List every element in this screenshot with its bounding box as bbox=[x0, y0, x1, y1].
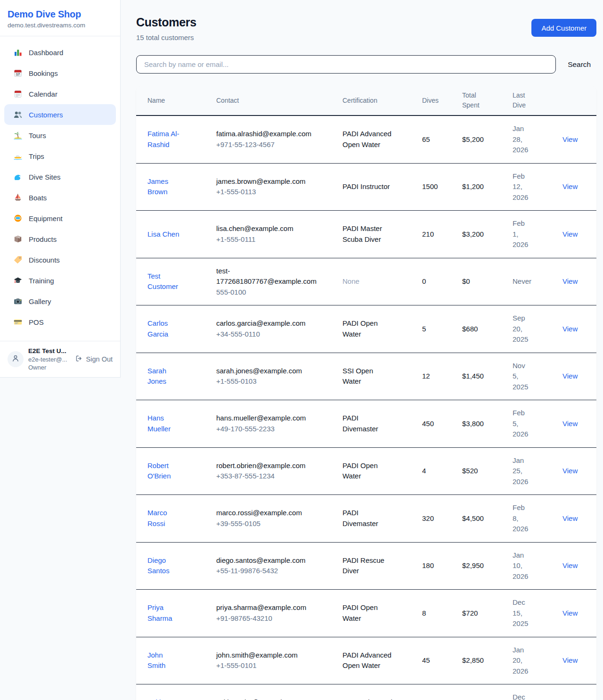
customer-name-link[interactable]: Marco Rossi bbox=[147, 500, 188, 536]
sidebar-item-gallery[interactable]: Gallery bbox=[4, 291, 116, 312]
customer-email: priya.sharma@example.com bbox=[216, 602, 318, 613]
sidebar-item-dive-sites[interactable]: Dive Sites bbox=[4, 166, 116, 187]
customer-contact-cell: james.brown@example.com +1-555-0113 bbox=[216, 169, 342, 205]
customer-name-link[interactable]: Priya Sharma bbox=[147, 595, 188, 631]
sidebar-item-boats[interactable]: Boats bbox=[4, 187, 116, 208]
page-heading-group: Customers 15 total customers bbox=[136, 16, 196, 41]
sidebar-item-label: Discounts bbox=[29, 256, 60, 264]
customer-email: sarah.jones@example.com bbox=[216, 366, 318, 377]
graduation-cap-icon bbox=[13, 276, 23, 285]
customer-email: fatima.alrashid@example.com bbox=[216, 129, 318, 140]
customer-certification: PADI Divemaster bbox=[342, 405, 400, 442]
shop-name[interactable]: Demo Dive Shop bbox=[8, 9, 113, 20]
sidebar-item-label: Trips bbox=[29, 152, 44, 160]
table-row: Yuki Tanaka yuki.tanaka@example.com +81-… bbox=[136, 684, 596, 700]
search-input[interactable] bbox=[136, 55, 556, 74]
customer-name-link[interactable]: James Brown bbox=[147, 169, 188, 205]
sidebar-item-equipment[interactable]: Equipment bbox=[4, 208, 116, 229]
search-button[interactable]: Search bbox=[568, 60, 596, 69]
view-link[interactable]: View bbox=[562, 269, 585, 295]
table-body: Fatima Al-Rashid fatima.alrashid@example… bbox=[136, 116, 596, 700]
customer-contact-cell: lisa.chen@example.com +1-555-0111 bbox=[216, 216, 342, 252]
table-row: Carlos Garcia carlos.garcia@example.com … bbox=[136, 305, 596, 353]
customer-total-spent: $3,200 bbox=[462, 222, 513, 247]
sidebar-item-calendar[interactable]: Calendar bbox=[4, 83, 116, 104]
sidebar-item-training[interactable]: Training bbox=[4, 270, 116, 291]
customer-phone: +91-98765-43210 bbox=[216, 613, 335, 624]
table-row: Hans Mueller hans.mueller@example.com +4… bbox=[136, 400, 596, 448]
view-link[interactable]: View bbox=[562, 363, 585, 389]
customer-contact-cell: test-1772681807767@example.com 555-0100 bbox=[216, 258, 342, 305]
customer-name-link[interactable]: John Smith bbox=[147, 642, 188, 679]
customer-dives: 1500 bbox=[422, 174, 462, 200]
customer-name-link[interactable]: Hans Mueller bbox=[147, 405, 188, 442]
sidebar-item-label: Equipment bbox=[29, 214, 63, 222]
column-header-total-spent: Total Spent bbox=[462, 86, 513, 115]
customer-name-link[interactable]: Carlos Garcia bbox=[147, 311, 188, 347]
customer-name-link[interactable]: Yuki Tanaka bbox=[147, 690, 188, 700]
person-icon bbox=[11, 354, 20, 365]
customer-last-dive: Feb 5, 2026 bbox=[513, 400, 540, 447]
customer-email: hans.mueller@example.com bbox=[216, 413, 318, 424]
bookings-calendar-icon: 17 bbox=[13, 68, 23, 78]
view-link[interactable]: View bbox=[562, 506, 585, 532]
sidebar-item-label: Dive Sites bbox=[29, 173, 61, 181]
sidebar-item-bookings[interactable]: 17 Bookings bbox=[4, 63, 116, 83]
customer-name-link[interactable]: Lisa Chen bbox=[147, 222, 188, 247]
calendar-icon bbox=[13, 89, 23, 99]
sidebar-item-pos[interactable]: POS bbox=[4, 312, 116, 332]
customer-phone: +1-555-0113 bbox=[216, 187, 335, 198]
sidebar-item-trips[interactable]: Trips bbox=[4, 146, 116, 166]
customer-total-spent: $3,800 bbox=[462, 411, 513, 437]
customer-name-link[interactable]: Diego Santos bbox=[147, 548, 188, 584]
view-link[interactable]: View bbox=[562, 553, 585, 579]
customer-last-dive: Feb 12, 2026 bbox=[513, 164, 540, 211]
table-row: James Brown james.brown@example.com +1-5… bbox=[136, 164, 596, 211]
table-row: Robert O'Brien robert.obrien@example.com… bbox=[136, 448, 596, 495]
customer-name-link[interactable]: Robert O'Brien bbox=[147, 453, 188, 489]
table-row: Diego Santos diego.santos@example.com +5… bbox=[136, 543, 596, 590]
customer-contact-cell: carlos.garcia@example.com +34-555-0110 bbox=[216, 311, 342, 347]
customer-email: james.brown@example.com bbox=[216, 176, 318, 187]
view-link[interactable]: View bbox=[562, 411, 585, 437]
customer-dives: 28 bbox=[422, 695, 462, 700]
sidebar-item-products[interactable]: Products bbox=[4, 229, 116, 249]
customer-certification: PADI Master Scuba Diver bbox=[342, 216, 400, 252]
view-link[interactable]: View bbox=[562, 174, 585, 200]
sidebar-item-label: Training bbox=[29, 277, 54, 285]
sign-out-button[interactable]: Sign Out bbox=[75, 354, 113, 364]
customer-certification: PADI Divemaster bbox=[342, 500, 400, 536]
sidebar-user-section: E2E Test U... e2e-tester@... Owner Sign … bbox=[0, 341, 120, 377]
diving-mask-icon bbox=[13, 214, 23, 223]
column-header-actions bbox=[562, 96, 585, 105]
view-link[interactable]: View bbox=[562, 648, 585, 674]
customer-dives: 5 bbox=[422, 316, 462, 342]
sidebar-item-dashboard[interactable]: Dashboard bbox=[4, 42, 116, 63]
view-link[interactable]: View bbox=[562, 458, 585, 484]
view-link[interactable]: View bbox=[562, 222, 585, 247]
customer-certification: PADI Advanced Open Water bbox=[342, 121, 400, 157]
table-row: John Smith john.smith@example.com +1-555… bbox=[136, 637, 596, 685]
customer-dives: 65 bbox=[422, 127, 462, 153]
sidebar-item-customers[interactable]: Customers bbox=[4, 104, 116, 125]
view-link[interactable]: View bbox=[562, 127, 585, 153]
customer-total-spent: $720 bbox=[462, 601, 513, 626]
add-customer-button[interactable]: Add Customer bbox=[531, 19, 596, 37]
sidebar-item-label: Products bbox=[29, 235, 57, 243]
customer-last-dive: Nov 5, 2025 bbox=[513, 353, 540, 400]
sidebar-item-tours[interactable]: Tours bbox=[4, 125, 116, 146]
view-link[interactable]: View bbox=[562, 601, 585, 626]
view-link[interactable]: View bbox=[562, 316, 585, 342]
sidebar-item-discounts[interactable]: Discounts bbox=[4, 249, 116, 270]
customer-name-link[interactable]: Test Customer bbox=[147, 264, 188, 300]
customer-certification: NAUI Advanced Scuba Diver bbox=[342, 690, 400, 700]
table-row: Test Customer test-1772681807767@example… bbox=[136, 258, 596, 306]
column-header-dives: Dives bbox=[422, 91, 462, 110]
customer-name-link[interactable]: Sarah Jones bbox=[147, 358, 188, 395]
customer-certification: SSI Open Water bbox=[342, 358, 400, 395]
view-link[interactable]: View bbox=[562, 695, 585, 700]
customer-name-link[interactable]: Fatima Al-Rashid bbox=[147, 121, 188, 157]
customer-email: robert.obrien@example.com bbox=[216, 461, 318, 471]
shop-domain: demo.test.divestreams.com bbox=[8, 22, 113, 29]
table-row: Marco Rossi marco.rossi@example.com +39-… bbox=[136, 495, 596, 543]
